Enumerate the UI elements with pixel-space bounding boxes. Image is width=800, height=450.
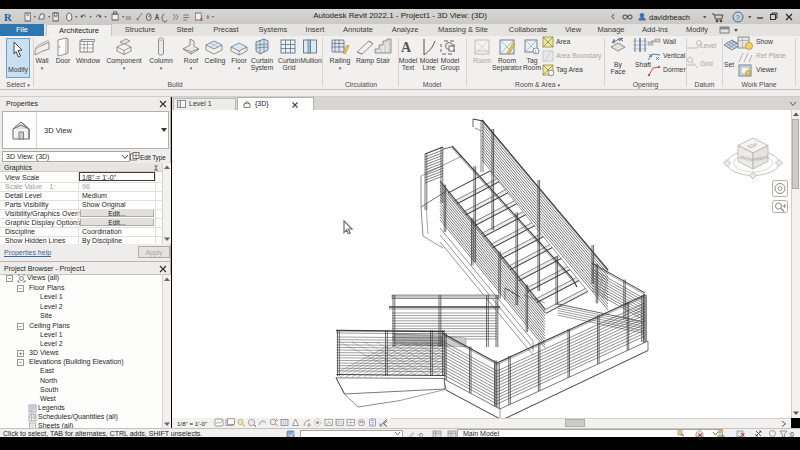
svg-text:?: ? xyxy=(736,13,740,22)
svg-text:davidrbeach: davidrbeach xyxy=(649,13,690,22)
svg-text:A: A xyxy=(401,40,412,55)
svg-text:R: R xyxy=(4,12,12,23)
svg-text:A: A xyxy=(155,12,160,23)
